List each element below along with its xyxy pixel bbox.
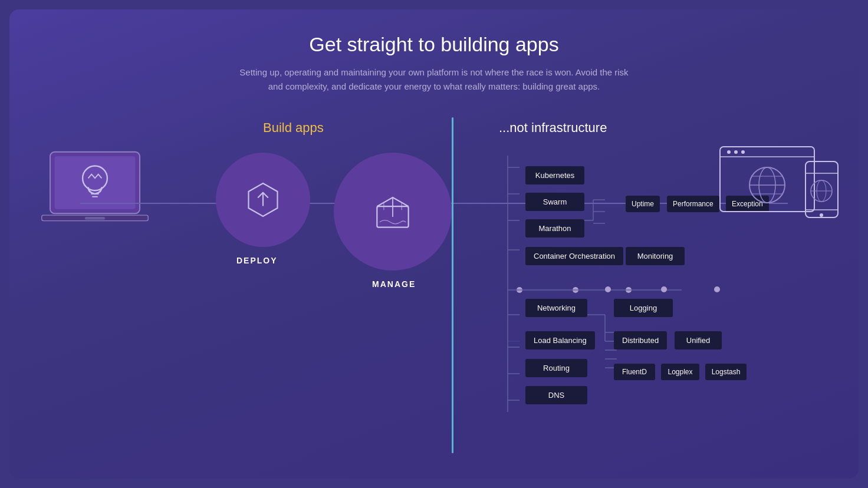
container-orchestration-box: Container Orchestration (525, 247, 623, 265)
fluentd-box: FluentD (614, 364, 655, 380)
deploy-label: DEPLOY (236, 256, 278, 265)
timeline-dot-1 (605, 286, 611, 292)
timeline-dot-2 (661, 286, 667, 292)
marathon-box: Marathon (525, 219, 584, 238)
load-balancing-box: Load Balancing (525, 331, 595, 349)
page-wrapper: Get straight to building apps Setting up… (9, 9, 859, 479)
manage-label: MANAGE (372, 279, 416, 289)
swarm-box: Swarm (525, 193, 584, 211)
manage-circle (334, 153, 452, 271)
uptime-box: Uptime (626, 196, 660, 212)
logging-box: Logging (614, 299, 673, 317)
header-section: Get straight to building apps Setting up… (234, 33, 634, 94)
svg-point-43 (734, 150, 738, 154)
svg-rect-6 (85, 217, 105, 220)
logstash-box: Logstash (705, 364, 747, 380)
dns-box: DNS (525, 386, 587, 404)
deploy-circle (216, 153, 310, 247)
vertical-divider (452, 117, 453, 453)
logplex-box: Logplex (661, 364, 699, 380)
subtitle: Setting up, operating and maintaining yo… (234, 65, 634, 94)
unified-box: Unified (675, 331, 722, 349)
svg-rect-1 (55, 156, 136, 209)
diagram-area: DEPLOY MANAGE Build apps ...not infrastr… (21, 111, 847, 467)
timeline-dot-3 (714, 286, 720, 292)
monitoring-box: Monitoring (626, 247, 685, 265)
svg-point-42 (727, 150, 731, 154)
performance-box: Performance (667, 196, 719, 212)
build-apps-label: Build apps (263, 120, 324, 136)
main-title: Get straight to building apps (234, 33, 634, 56)
not-infra-label: ...not infrastructure (499, 120, 607, 136)
routing-box: Routing (525, 359, 587, 377)
svg-point-53 (820, 213, 823, 217)
distributed-box: Distributed (614, 331, 667, 349)
svg-point-44 (741, 150, 745, 154)
infra-diagram (458, 141, 752, 479)
networking-box: Networking (525, 299, 587, 317)
svg-rect-50 (805, 161, 838, 217)
browser-icon (717, 144, 835, 238)
laptop-icon (39, 147, 151, 241)
kubernetes-box: Kubernetes (525, 166, 584, 184)
